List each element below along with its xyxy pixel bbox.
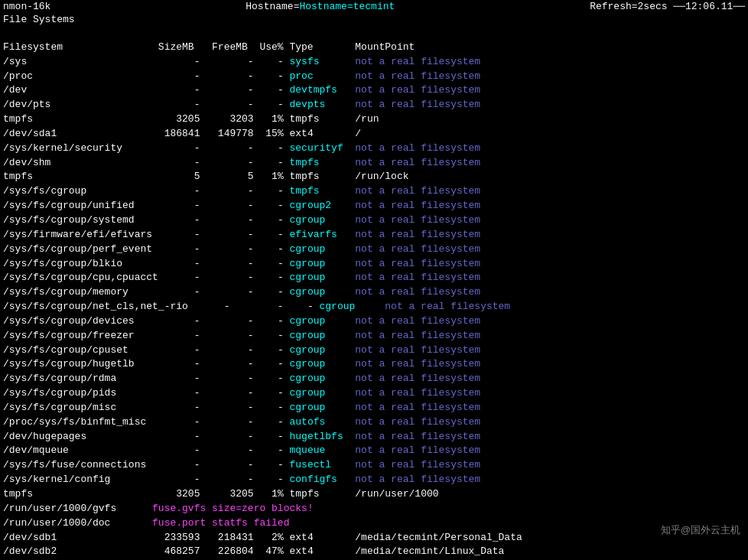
table-row: tmpfs 3205 3205 1% tmpfs /run/user/1000 xyxy=(3,487,745,502)
table-row: /sys/fs/cgroup/devices - - - cgroup not … xyxy=(3,314,745,329)
hostname-value: Hostname=tecmint xyxy=(299,1,395,12)
table-header: Filesystem SizeMB FreeMB Use% Type Mount… xyxy=(0,26,748,55)
table-row: /sys/fs/cgroup/misc - - - cgroup not a r… xyxy=(3,401,745,415)
file-systems-menu[interactable]: File Systems xyxy=(3,14,75,25)
terminal: nmon-16k Hostname=Hostname=tecmint Refre… xyxy=(0,0,748,560)
table-row: /dev - - - devtmpfs not a real filesyste… xyxy=(3,83,745,98)
table-row: /sys/fs/cgroup/cpuset - - - cgroup not a… xyxy=(3,343,745,358)
table-row: /sys/fs/cgroup/net_cls,net_-rio - - - cg… xyxy=(3,300,745,314)
table-row: /sys/fs/cgroup/cpu,cpuacct - - - cgroup … xyxy=(3,271,745,285)
table-row: /sys/fs/cgroup/systemd - - - cgroup not … xyxy=(3,213,745,228)
refresh-val: 2secs xyxy=(638,1,668,12)
table-row: tmpfs 5 5 1% tmpfs /run/lock xyxy=(3,170,745,184)
table-row: /sys/fs/cgroup/perf_event - - - cgroup n… xyxy=(3,243,745,257)
header-text: Filesystem SizeMB FreeMB Use% Type Mount… xyxy=(3,41,415,53)
table-row: /dev/hugepages - - - hugetlbfs not a rea… xyxy=(3,430,745,444)
table-body: /sys - - - sysfs not a real filesystem/p… xyxy=(0,55,748,560)
table-row: /sys/kernel/config - - - configfs not a … xyxy=(3,473,745,487)
title-bar: nmon-16k Hostname=Hostname=tecmint Refre… xyxy=(0,0,748,13)
refresh-info: Refresh=2secs ──12:06.11── xyxy=(590,1,745,12)
table-row: /sys/fs/cgroup/freezer - - - cgroup not … xyxy=(3,329,745,343)
table-row: /proc/sys/fs/binfmt_misc - - - autofs no… xyxy=(3,415,745,430)
table-row: /sys - - - sysfs not a real filesystem xyxy=(3,55,745,70)
watermark: 知乎@国外云主机 xyxy=(661,523,740,537)
table-row: /dev/shm - - - tmpfs not a real filesyst… xyxy=(3,156,745,171)
time-val: 12:06.11 xyxy=(685,1,733,12)
table-row: /run/user/1000/doc fuse.port statfs fail… xyxy=(3,516,745,531)
table-row: /sys/fs/cgroup/unified - - - cgroup2 not… xyxy=(3,199,745,213)
table-row: /sys/fs/cgroup/blkio - - - cgroup not a … xyxy=(3,257,745,272)
table-row: /sys/fs/fuse/connections - - - fusectl n… xyxy=(3,458,745,473)
menu-bar: File Systems xyxy=(0,13,748,26)
table-row: /dev/sdb1 233593 218431 2% ext4 /media/t… xyxy=(3,531,745,545)
table-row: /sys/fs/cgroup/rdma - - - cgroup not a r… xyxy=(3,372,745,386)
table-row: /dev/mqueue - - - mqueue not a real file… xyxy=(3,444,745,458)
hostname: Hostname=Hostname=tecmint xyxy=(246,1,395,12)
table-row: /sys/fs/cgroup/hugetlb - - - cgroup not … xyxy=(3,357,745,372)
table-row: tmpfs 3205 3203 1% tmpfs /run xyxy=(3,112,745,127)
table-row: /dev/pts - - - devpts not a real filesys… xyxy=(3,98,745,112)
table-row: /dev/sdb2 468257 226804 47% ext4 /media/… xyxy=(3,545,745,559)
table-row: /proc - - - proc not a real filesystem xyxy=(3,70,745,84)
refresh-label: Refresh= xyxy=(590,1,637,12)
table-row: /dev/sda1 186841 149778 15% ext4 / xyxy=(3,127,745,142)
table-row: /sys/fs/cgroup/memory - - - cgroup not a… xyxy=(3,285,745,300)
table-row: /sys/kernel/security - - - securityf not… xyxy=(3,142,745,156)
app-name: nmon-16k xyxy=(3,1,50,12)
table-row: /sys/fs/cgroup - - - tmpfs not a real fi… xyxy=(3,184,745,199)
table-row: /sys/firmware/efi/efivars - - - efivarfs… xyxy=(3,228,745,243)
table-row: /sys/fs/cgroup/pids - - - cgroup not a r… xyxy=(3,386,745,401)
table-row: /run/user/1000/gvfs fuse.gvfs size=zero … xyxy=(3,502,745,516)
